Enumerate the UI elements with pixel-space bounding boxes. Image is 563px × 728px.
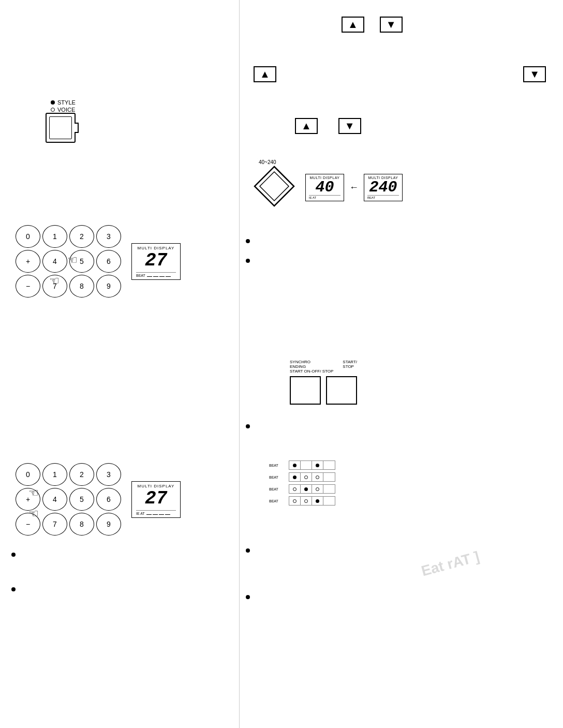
selector-tab: [75, 123, 79, 133]
numpad-top-area: 0 1 2 3 + 4 5 6 − 7 8 9 MULTI DISPLAY 27…: [16, 225, 181, 298]
bullet-right-4: [246, 548, 250, 553]
arrow-down-bracket-3[interactable]: ▼: [338, 118, 361, 134]
b-key-3[interactable]: 3: [96, 463, 121, 486]
arrows-row2: ▲ ▼: [254, 66, 546, 82]
bullet-right-3: [246, 424, 250, 428]
beat-pattern-label-1: BEAT: [269, 464, 289, 467]
eat-rat-text: Eat rAT ]: [420, 548, 481, 580]
hand-cursor-top2: ☞: [49, 274, 60, 288]
b-key-7[interactable]: 7: [42, 513, 67, 536]
style-voice-indicator: STYLE VOICE: [51, 99, 76, 114]
hand-cursor-bottom2: ☞: [28, 507, 39, 521]
arrows-row3: ▲ ▼: [295, 118, 361, 134]
bullet-left-1: [11, 553, 16, 557]
b-key-5[interactable]: 5: [69, 488, 94, 511]
bullet-right-2: [246, 259, 250, 263]
display-top-value: 27: [145, 251, 167, 270]
arrow-up-bracket-2[interactable]: ▲: [254, 66, 276, 82]
synchro-start-off-button[interactable]: [290, 376, 321, 405]
b-key-9[interactable]: 9: [96, 513, 121, 536]
display-bottom-value: 27: [145, 489, 167, 508]
key-plus[interactable]: +: [16, 250, 40, 273]
beat-pattern-section: BEAT BEAT BEAT BEAT: [269, 460, 335, 508]
display-top: MULTI DISPLAY 27 BEAT: [131, 243, 181, 280]
key-2[interactable]: 2: [69, 225, 94, 248]
beat-label-top: BEAT: [136, 274, 145, 277]
tempo-display-left: MULTI DISPLAY 40 IE AT: [305, 174, 344, 201]
tempo-diamond[interactable]: [254, 166, 295, 209]
start-stop-label: START/ STOP: [343, 360, 357, 374]
bullet-left-2: [11, 587, 16, 591]
selector-box[interactable]: [46, 113, 76, 143]
key-3[interactable]: 3: [96, 225, 121, 248]
key-minus[interactable]: −: [16, 275, 40, 298]
arrow-down-bracket-2[interactable]: ▼: [523, 66, 546, 82]
synchro-label: SYNCHRO ENDING START ON-OFF/ STOP: [290, 360, 333, 374]
key-9[interactable]: 9: [96, 275, 121, 298]
b-key-8[interactable]: 8: [69, 513, 94, 536]
key-8[interactable]: 8: [69, 275, 94, 298]
synchro-buttons-group: [290, 376, 357, 405]
tempo-displays: MULTI DISPLAY 40 IE AT ← MULTI DISPLAY 2…: [305, 174, 403, 201]
key-4[interactable]: 4: [42, 250, 67, 273]
display-bottom: MULTI DISPLAY 27 IE AT: [131, 481, 181, 518]
beat-pattern-label-4: BEAT: [269, 499, 289, 503]
beat-pattern-label-3: BEAT: [269, 487, 289, 491]
tempo-range-label: 40~240: [259, 159, 276, 165]
b-key-0[interactable]: 0: [16, 463, 40, 486]
arrow-down-bracket-1[interactable]: ▼: [380, 17, 403, 33]
key-6[interactable]: 6: [96, 250, 121, 273]
selector-box-inner: [49, 116, 72, 139]
tempo-value-left: 40: [315, 180, 334, 195]
tempo-display-right: MULTI DISPLAY 240 BEAT: [364, 174, 403, 201]
arrow-up-bracket-3[interactable]: ▲: [295, 118, 318, 134]
left-arrow-between: ←: [349, 182, 359, 193]
arrow-up-bracket-1[interactable]: ▲: [342, 17, 364, 33]
b-key-6[interactable]: 6: [96, 488, 121, 511]
style-label: STYLE: [57, 99, 76, 106]
tempo-beat-right: BEAT: [367, 195, 399, 199]
b-key-4[interactable]: 4: [42, 488, 67, 511]
b-key-1[interactable]: 1: [42, 463, 67, 486]
arrows-row1: ▲ ▼: [342, 17, 403, 33]
start-stop-button[interactable]: [326, 376, 357, 405]
key-0[interactable]: 0: [16, 225, 40, 248]
beat-pattern-label-2: BEAT: [269, 476, 289, 479]
voice-label: VOICE: [57, 107, 75, 113]
b-key-2[interactable]: 2: [69, 463, 94, 486]
page-divider: [239, 0, 240, 728]
style-dot: [51, 100, 55, 105]
tempo-value-right: 240: [369, 180, 397, 195]
numpad-bottom-area: 0 1 2 3 + 4 5 6 − 7 8 9 MULTI DISPLAY 27…: [16, 463, 181, 536]
key-1[interactable]: 1: [42, 225, 67, 248]
tempo-beat-left: IE AT: [309, 195, 340, 199]
beat-label-bottom: IE AT: [136, 512, 145, 515]
hand-cursor-top: ☞: [67, 254, 78, 267]
bullet-right-1: [246, 239, 250, 243]
voice-dot: [51, 108, 55, 112]
bullet-right-5: [246, 595, 250, 599]
hand-cursor-bottom: ☞: [28, 486, 39, 500]
synchro-section: SYNCHRO ENDING START ON-OFF/ STOP START/…: [290, 360, 357, 405]
